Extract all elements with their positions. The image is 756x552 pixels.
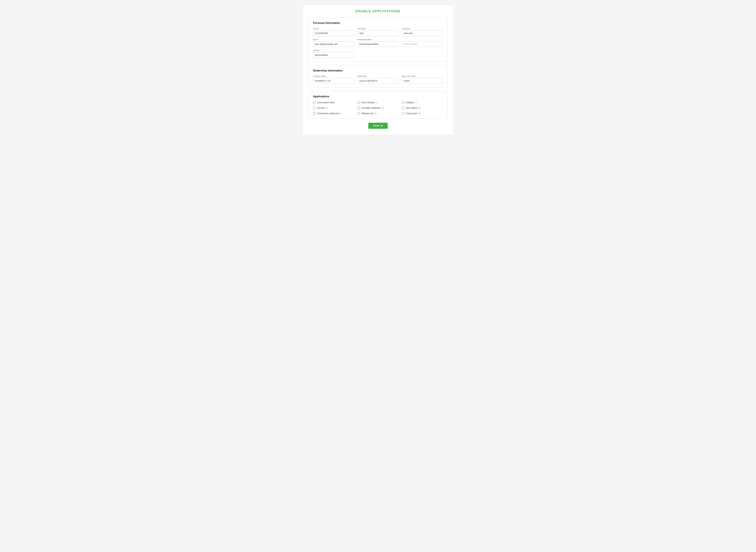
dealership-form-grid: Company Name Outlet code Payer SAP Code (313, 75, 443, 84)
company-name-group: Company Name (313, 75, 354, 84)
email-input[interactable] (313, 41, 354, 47)
page-wrapper: ENABLE APPLICATIONS Personal Information… (302, 5, 454, 135)
first-name-input[interactable] (357, 30, 399, 36)
app-checkbox-app5[interactable] (357, 107, 360, 109)
user-id-input[interactable] (313, 30, 354, 36)
app-item-app7: Consectetur adipiscing i (313, 112, 354, 115)
info-icon-app3[interactable]: i (414, 101, 417, 104)
first-name-label: First name (357, 28, 399, 30)
professional-role-label: Professional Role (357, 38, 399, 41)
app-item-app9: Turpis quam i (402, 112, 443, 115)
phone-input[interactable] (402, 41, 443, 47)
app-checkbox-app1[interactable] (313, 101, 316, 104)
app-checkbox-app6[interactable] (402, 107, 404, 109)
professional-role-group: Professional Role (357, 38, 399, 47)
app-label-app6: Nunc finibus i (406, 107, 421, 109)
job-title-label: Job title (313, 49, 354, 51)
info-icon-app8[interactable]: i (374, 112, 377, 115)
outlet-code-group: Outlet code (357, 75, 399, 84)
first-name-group: First name (357, 28, 399, 36)
company-name-label: Company Name (313, 75, 354, 78)
app-checkbox-app4[interactable] (313, 107, 316, 109)
payer-sap-label: Payer SAP Code (402, 75, 443, 78)
personal-form-grid: User Id First name Last name Email Profe… (313, 28, 443, 58)
app-label-app7: Consectetur adipiscing i (317, 112, 342, 115)
app-label-app5: Convallis vestibulum i (362, 107, 384, 109)
app-label-app4: Sit amet i (317, 107, 328, 109)
job-title-group: Job title (313, 49, 354, 58)
user-id-group: User Id (313, 28, 354, 36)
outlet-code-label: Outlet code (357, 75, 399, 78)
email-label: Email (313, 38, 354, 41)
app-checkbox-app8[interactable] (357, 112, 360, 115)
job-title-input[interactable] (313, 52, 354, 58)
send-button-wrapper: SEND (308, 123, 448, 129)
send-button[interactable]: SEND (368, 123, 388, 129)
app-checkbox-app9[interactable] (402, 112, 404, 115)
applications-grid: Lorem ipsum dolor Nunc volutpat iVolutpa… (313, 101, 443, 115)
personal-information-section: Personal Information User Id First name … (308, 18, 448, 62)
outlet-code-input[interactable] (357, 78, 399, 84)
send-arrow-icon (381, 125, 383, 127)
dealership-section-title: Dealership Information (313, 69, 443, 72)
app-checkbox-app7[interactable] (313, 112, 316, 115)
info-icon-app2[interactable]: i (375, 101, 378, 104)
app-item-app1: Lorem ipsum dolor (313, 101, 354, 104)
app-label-app1: Lorem ipsum dolor (317, 101, 335, 104)
info-icon-app6[interactable]: i (418, 107, 421, 109)
dealership-information-section: Dealership Information Company Name Outl… (308, 65, 448, 88)
info-icon-app5[interactable]: i (382, 107, 384, 109)
app-label-app8: Aliquam erat i (362, 112, 377, 115)
last-name-group: Last name (402, 28, 443, 36)
app-item-app3: Volutpat i (402, 101, 443, 104)
applications-section: Applications Lorem ipsum dolor Nunc volu… (308, 91, 448, 119)
page-title: ENABLE APPLICATIONS (308, 9, 448, 13)
app-item-app8: Aliquam erat i (357, 112, 399, 115)
app-checkbox-app2[interactable] (357, 101, 360, 104)
app-label-app2: Nunc volutpat i (362, 101, 378, 104)
applications-section-title: Applications (313, 95, 443, 98)
payer-sap-group: Payer SAP Code (402, 75, 443, 84)
app-item-app6: Nunc finibus i (402, 107, 443, 109)
app-label-app9: Turpis quam i (406, 112, 421, 115)
app-checkbox-app3[interactable] (402, 101, 404, 104)
professional-role-input[interactable] (357, 41, 399, 47)
app-item-app5: Convallis vestibulum i (357, 107, 399, 109)
app-item-app4: Sit amet i (313, 107, 354, 109)
payer-sap-input[interactable] (402, 78, 443, 84)
app-item-app2: Nunc volutpat i (357, 101, 399, 104)
user-id-label: User Id (313, 28, 354, 30)
phone-group: Phone number (402, 38, 443, 47)
last-name-input[interactable] (402, 30, 443, 36)
info-icon-app7[interactable]: i (340, 112, 342, 115)
last-name-label: Last name (402, 28, 443, 30)
info-icon-app9[interactable]: i (418, 112, 421, 115)
email-group: Email (313, 38, 354, 47)
company-name-input[interactable] (313, 78, 354, 84)
app-label-app3: Volutpat i (406, 101, 417, 104)
send-button-label: SEND (373, 125, 380, 127)
info-icon-app4[interactable]: i (326, 107, 328, 109)
personal-section-title: Personal Information (313, 21, 443, 25)
